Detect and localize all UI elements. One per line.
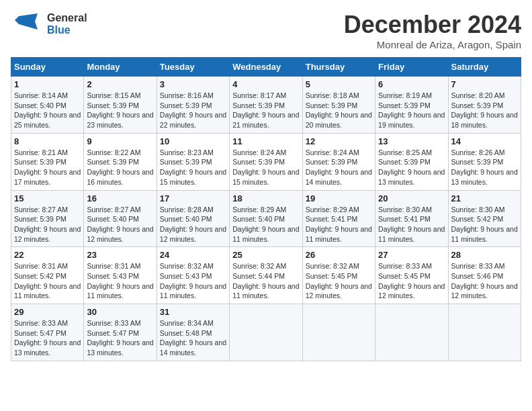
day-number: 31 [160, 307, 226, 317]
calendar-cell [375, 304, 448, 361]
day-number: 12 [306, 136, 372, 146]
day-info: Sunrise: 8:29 AM Sunset: 5:41 PM Dayligh… [306, 205, 372, 244]
col-sunday: Sunday [11, 58, 84, 77]
col-monday: Monday [84, 58, 157, 77]
calendar-cell: 22Sunrise: 8:31 AM Sunset: 5:42 PM Dayli… [11, 247, 84, 304]
month-title: December 2024 [344, 11, 521, 39]
day-number: 15 [14, 193, 81, 203]
calendar-cell: 16Sunrise: 8:27 AM Sunset: 5:40 PM Dayli… [84, 190, 157, 247]
day-info: Sunrise: 8:20 AM Sunset: 5:39 PM Dayligh… [451, 91, 518, 130]
day-info: Sunrise: 8:27 AM Sunset: 5:40 PM Dayligh… [87, 205, 153, 244]
calendar-cell: 1Sunrise: 8:14 AM Sunset: 5:40 PM Daylig… [11, 77, 84, 134]
title-area: December 2024 Monreal de Ariza, Aragon, … [344, 11, 521, 50]
day-number: 8 [14, 136, 81, 146]
calendar-cell: 2Sunrise: 8:15 AM Sunset: 5:39 PM Daylig… [84, 77, 157, 134]
day-info: Sunrise: 8:15 AM Sunset: 5:39 PM Dayligh… [87, 91, 153, 130]
svg-marker-1 [15, 16, 19, 24]
day-info: Sunrise: 8:33 AM Sunset: 5:46 PM Dayligh… [451, 261, 518, 301]
day-number: 6 [378, 79, 445, 89]
calendar-cell: 10Sunrise: 8:23 AM Sunset: 5:39 PM Dayli… [157, 133, 229, 190]
col-saturday: Saturday [448, 58, 521, 77]
day-info: Sunrise: 8:31 AM Sunset: 5:43 PM Dayligh… [87, 261, 153, 301]
svg-marker-0 [19, 13, 38, 30]
day-info: Sunrise: 8:14 AM Sunset: 5:40 PM Dayligh… [14, 91, 81, 130]
calendar-cell: 21Sunrise: 8:30 AM Sunset: 5:42 PM Dayli… [448, 190, 521, 247]
day-number: 13 [378, 136, 445, 146]
calendar-cell: 11Sunrise: 8:24 AM Sunset: 5:39 PM Dayli… [230, 133, 302, 190]
day-number: 30 [87, 307, 153, 317]
day-info: Sunrise: 8:17 AM Sunset: 5:39 PM Dayligh… [232, 91, 299, 130]
day-number: 22 [14, 250, 81, 260]
day-number: 1 [14, 79, 81, 89]
day-number: 19 [306, 193, 372, 203]
calendar-cell: 15Sunrise: 8:27 AM Sunset: 5:39 PM Dayli… [11, 190, 84, 247]
calendar-cell: 3Sunrise: 8:16 AM Sunset: 5:39 PM Daylig… [157, 77, 229, 134]
day-info: Sunrise: 8:33 AM Sunset: 5:47 PM Dayligh… [14, 318, 81, 358]
day-info: Sunrise: 8:24 AM Sunset: 5:39 PM Dayligh… [306, 148, 372, 187]
day-info: Sunrise: 8:21 AM Sunset: 5:39 PM Dayligh… [14, 148, 81, 187]
logo-general-text: General [47, 12, 87, 24]
calendar-cell: 12Sunrise: 8:24 AM Sunset: 5:39 PM Dayli… [302, 133, 375, 190]
day-number: 7 [451, 79, 518, 89]
calendar-cell: 17Sunrise: 8:28 AM Sunset: 5:40 PM Dayli… [157, 190, 229, 247]
calendar-cell: 5Sunrise: 8:18 AM Sunset: 5:39 PM Daylig… [302, 77, 375, 134]
calendar-cell [302, 304, 375, 361]
calendar-cell: 6Sunrise: 8:19 AM Sunset: 5:39 PM Daylig… [375, 77, 448, 134]
day-info: Sunrise: 8:24 AM Sunset: 5:39 PM Dayligh… [232, 148, 299, 187]
week-row-5: 29Sunrise: 8:33 AM Sunset: 5:47 PM Dayli… [11, 304, 521, 361]
calendar-cell: 23Sunrise: 8:31 AM Sunset: 5:43 PM Dayli… [84, 247, 157, 304]
page-header: General Blue December 2024 Monreal de Ar… [11, 11, 521, 50]
calendar-cell: 27Sunrise: 8:33 AM Sunset: 5:45 PM Dayli… [375, 247, 448, 304]
day-number: 17 [160, 193, 226, 203]
week-row-2: 8Sunrise: 8:21 AM Sunset: 5:39 PM Daylig… [11, 133, 521, 190]
day-number: 3 [160, 79, 226, 89]
day-info: Sunrise: 8:19 AM Sunset: 5:39 PM Dayligh… [378, 91, 445, 130]
calendar-cell: 28Sunrise: 8:33 AM Sunset: 5:46 PM Dayli… [448, 247, 521, 304]
col-wednesday: Wednesday [230, 58, 302, 77]
day-number: 11 [232, 136, 299, 146]
day-info: Sunrise: 8:30 AM Sunset: 5:42 PM Dayligh… [451, 205, 518, 244]
day-number: 24 [160, 250, 226, 260]
day-info: Sunrise: 8:27 AM Sunset: 5:39 PM Dayligh… [14, 205, 81, 244]
calendar-cell: 24Sunrise: 8:32 AM Sunset: 5:43 PM Dayli… [157, 247, 229, 304]
calendar-cell: 25Sunrise: 8:32 AM Sunset: 5:44 PM Dayli… [230, 247, 302, 304]
calendar-header-row: Sunday Monday Tuesday Wednesday Thursday… [11, 58, 521, 77]
logo-blue-text: Blue [47, 24, 87, 36]
calendar-cell: 14Sunrise: 8:26 AM Sunset: 5:39 PM Dayli… [448, 133, 521, 190]
calendar-cell: 31Sunrise: 8:34 AM Sunset: 5:48 PM Dayli… [157, 304, 229, 361]
day-number: 14 [451, 136, 518, 146]
day-info: Sunrise: 8:18 AM Sunset: 5:39 PM Dayligh… [306, 91, 372, 130]
day-info: Sunrise: 8:26 AM Sunset: 5:39 PM Dayligh… [451, 148, 518, 187]
day-info: Sunrise: 8:33 AM Sunset: 5:47 PM Dayligh… [87, 318, 153, 358]
week-row-4: 22Sunrise: 8:31 AM Sunset: 5:42 PM Dayli… [11, 247, 521, 304]
calendar-cell: 13Sunrise: 8:25 AM Sunset: 5:39 PM Dayli… [375, 133, 448, 190]
day-number: 5 [306, 79, 372, 89]
calendar-cell: 8Sunrise: 8:21 AM Sunset: 5:39 PM Daylig… [11, 133, 84, 190]
calendar-cell: 30Sunrise: 8:33 AM Sunset: 5:47 PM Dayli… [84, 304, 157, 361]
calendar-cell [448, 304, 521, 361]
day-number: 29 [14, 307, 81, 317]
logo: General Blue [11, 11, 87, 38]
day-number: 21 [451, 193, 518, 203]
day-number: 27 [378, 250, 445, 260]
col-friday: Friday [375, 58, 448, 77]
day-info: Sunrise: 8:29 AM Sunset: 5:40 PM Dayligh… [232, 205, 299, 244]
day-info: Sunrise: 8:22 AM Sunset: 5:39 PM Dayligh… [87, 148, 153, 187]
day-info: Sunrise: 8:32 AM Sunset: 5:45 PM Dayligh… [306, 261, 372, 301]
day-number: 23 [87, 250, 153, 260]
day-info: Sunrise: 8:28 AM Sunset: 5:40 PM Dayligh… [160, 205, 226, 244]
day-info: Sunrise: 8:32 AM Sunset: 5:43 PM Dayligh… [160, 261, 226, 301]
logo-name: General Blue [47, 12, 87, 36]
day-number: 18 [232, 193, 299, 203]
day-info: Sunrise: 8:32 AM Sunset: 5:44 PM Dayligh… [232, 261, 299, 301]
col-tuesday: Tuesday [157, 58, 229, 77]
day-info: Sunrise: 8:34 AM Sunset: 5:48 PM Dayligh… [160, 318, 226, 358]
day-number: 2 [87, 79, 153, 89]
calendar-cell: 7Sunrise: 8:20 AM Sunset: 5:39 PM Daylig… [448, 77, 521, 134]
calendar-cell: 18Sunrise: 8:29 AM Sunset: 5:40 PM Dayli… [230, 190, 302, 247]
week-row-3: 15Sunrise: 8:27 AM Sunset: 5:39 PM Dayli… [11, 190, 521, 247]
day-number: 28 [451, 250, 518, 260]
calendar-cell: 4Sunrise: 8:17 AM Sunset: 5:39 PM Daylig… [230, 77, 302, 134]
day-number: 10 [160, 136, 226, 146]
day-info: Sunrise: 8:33 AM Sunset: 5:45 PM Dayligh… [378, 261, 445, 301]
